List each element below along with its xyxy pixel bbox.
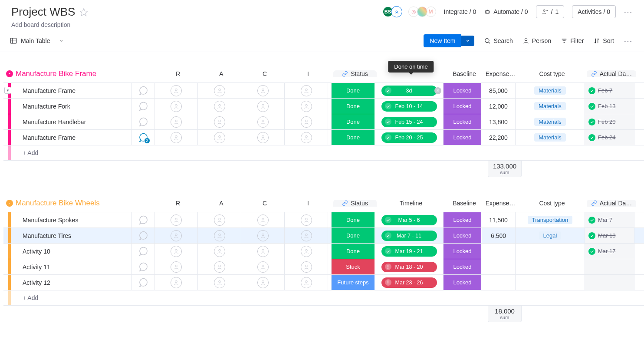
filter-action[interactable]: Filter xyxy=(561,37,584,44)
person-cell[interactable] xyxy=(154,244,198,259)
costtype-cell[interactable]: Legal xyxy=(516,228,585,243)
col-header-expense[interactable]: Expense… xyxy=(483,200,517,207)
conversation-button[interactable] xyxy=(132,228,154,243)
status-cell[interactable]: Done xyxy=(332,228,375,243)
col-header-i[interactable]: I xyxy=(286,200,330,207)
conversation-button[interactable] xyxy=(132,244,154,259)
actual-date-cell[interactable]: Mar 13 xyxy=(585,228,634,243)
person-cell[interactable] xyxy=(154,259,198,274)
baseline-cell[interactable]: Locked xyxy=(444,228,482,243)
actual-date-cell[interactable] xyxy=(585,259,634,274)
person-cell[interactable] xyxy=(198,83,241,98)
costtype-cell[interactable] xyxy=(516,244,585,259)
search-action[interactable]: Search xyxy=(484,37,513,44)
expense-cell[interactable]: 12,000 xyxy=(482,99,516,114)
col-header-expense[interactable]: Expense… xyxy=(483,70,517,77)
board-title[interactable]: Project WBS xyxy=(11,5,75,19)
group-name[interactable]: Manufacture Bike Frame xyxy=(16,69,156,78)
col-header-costtype[interactable]: Cost type xyxy=(517,200,587,207)
baseline-cell[interactable]: Locked xyxy=(444,99,482,114)
board-description[interactable]: Add board description xyxy=(11,21,88,28)
col-header-status[interactable]: Status xyxy=(333,200,377,207)
status-cell[interactable]: Done xyxy=(332,130,375,145)
sort-action[interactable]: Sort xyxy=(593,37,614,44)
person-cell[interactable] xyxy=(285,259,328,274)
person-cell[interactable] xyxy=(154,99,198,114)
baseline-cell[interactable]: Locked xyxy=(444,212,482,228)
conversation-button[interactable] xyxy=(132,259,154,274)
toolbar-more-icon[interactable]: ⋯ xyxy=(624,36,633,46)
costtype-cell[interactable] xyxy=(516,275,585,290)
integrate-link[interactable]: Integrate / 0 xyxy=(444,8,476,15)
baseline-cell[interactable]: Locked xyxy=(444,259,482,274)
expense-cell[interactable] xyxy=(482,275,516,290)
add-item-row[interactable]: + Add xyxy=(3,145,644,161)
col-header-actual[interactable]: Actual Da… xyxy=(587,70,636,77)
costtype-cell[interactable]: Materials xyxy=(516,130,585,145)
person-cell[interactable] xyxy=(285,244,328,259)
baseline-cell[interactable]: Locked xyxy=(444,130,482,145)
conversation-button[interactable] xyxy=(132,275,154,290)
costtype-cell[interactable]: Materials xyxy=(516,83,585,98)
person-cell[interactable] xyxy=(198,259,241,274)
timeline-cell[interactable]: !Mar 23 - 26 xyxy=(375,275,444,290)
baseline-cell[interactable]: Locked xyxy=(444,244,482,259)
expense-cell[interactable]: 13,800 xyxy=(482,114,516,129)
status-cell[interactable]: Done xyxy=(332,114,375,129)
person-cell[interactable] xyxy=(241,275,285,290)
new-item-button[interactable]: New Item xyxy=(424,34,474,47)
person-cell[interactable] xyxy=(241,212,285,228)
item-name[interactable]: Manufacture Tires xyxy=(16,228,132,243)
timeline-cell[interactable]: Feb 20 - 25 xyxy=(375,130,444,145)
status-cell[interactable]: Done xyxy=(332,212,375,228)
expand-subitems-icon[interactable]: ▼ xyxy=(4,87,11,94)
group-collapse-icon[interactable] xyxy=(6,70,13,77)
person-cell[interactable] xyxy=(198,275,241,290)
person-cell[interactable] xyxy=(198,130,241,145)
item-name[interactable]: Manufacture Frame xyxy=(16,83,132,98)
person-cell[interactable] xyxy=(285,99,328,114)
col-header-baseline[interactable]: Baseline xyxy=(445,70,483,77)
person-cell[interactable] xyxy=(241,228,285,243)
col-header-c[interactable]: C xyxy=(243,70,286,77)
person-cell[interactable] xyxy=(198,114,241,129)
person-cell[interactable] xyxy=(241,83,285,98)
conversation-button[interactable] xyxy=(132,212,154,228)
group-name[interactable]: Manufacture Bike Wheels xyxy=(16,199,156,208)
expense-cell[interactable] xyxy=(482,244,516,259)
item-name[interactable]: Activity 10 xyxy=(16,244,132,259)
person-cell[interactable] xyxy=(241,114,285,129)
conversation-button[interactable] xyxy=(132,99,154,114)
activities-button[interactable]: Activities / 0 xyxy=(572,5,616,18)
item-name[interactable]: Manufacture Handlebar xyxy=(16,114,132,129)
costtype-cell[interactable] xyxy=(516,259,585,274)
person-cell[interactable] xyxy=(198,228,241,243)
add-item-row[interactable]: + Add xyxy=(3,290,644,306)
col-header-a[interactable]: A xyxy=(200,70,243,77)
item-name[interactable]: Manufacture Fork xyxy=(16,99,132,114)
person-cell[interactable] xyxy=(285,212,328,228)
favorite-star-icon[interactable] xyxy=(79,8,88,16)
actual-date-cell[interactable]: Mar 7 xyxy=(585,212,634,228)
person-cell[interactable] xyxy=(154,212,198,228)
new-item-label[interactable]: New Item xyxy=(424,34,461,47)
col-header-baseline[interactable]: Baseline xyxy=(445,200,483,207)
timeline-cell[interactable]: !Mar 18 - 20 xyxy=(375,259,444,274)
costtype-cell[interactable]: Materials xyxy=(516,99,585,114)
col-header-r[interactable]: R xyxy=(156,70,200,77)
col-header-i[interactable]: I xyxy=(286,70,330,77)
col-header-timeline[interactable]: Timeline xyxy=(377,200,445,207)
person-cell[interactable] xyxy=(154,275,198,290)
actual-date-cell[interactable]: Mar 17 xyxy=(585,244,634,259)
timeline-cell[interactable]: Mar 5 - 6 xyxy=(375,212,444,228)
costtype-cell[interactable]: Transportation xyxy=(516,212,585,228)
more-menu-icon[interactable]: ⋯ xyxy=(624,7,633,17)
status-cell[interactable]: Done xyxy=(332,83,375,98)
expense-cell[interactable]: 22,200 xyxy=(482,130,516,145)
actual-date-cell[interactable]: Feb 20 xyxy=(585,114,634,129)
actual-date-cell[interactable]: Feb 13 xyxy=(585,99,634,114)
person-cell[interactable] xyxy=(285,228,328,243)
conversation-button[interactable] xyxy=(132,114,154,129)
timeline-cell[interactable]: Feb 10 - 14 xyxy=(375,99,444,114)
actual-date-cell[interactable] xyxy=(585,275,634,290)
